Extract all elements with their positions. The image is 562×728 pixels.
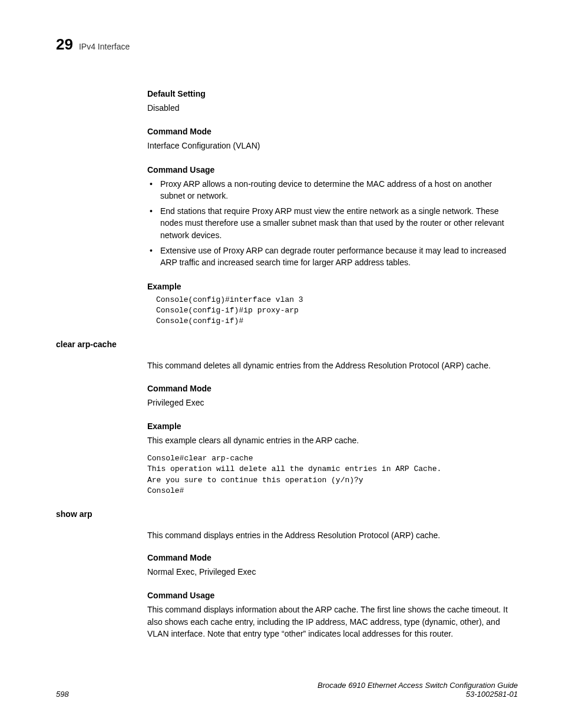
command-usage-list-1: Proxy ARP allows a non-routing device to… bbox=[147, 178, 518, 269]
example-heading-1: Example bbox=[147, 282, 518, 291]
show-arp-command-mode-text: Normal Exec, Privileged Exec bbox=[147, 566, 518, 578]
clear-arp-example-section: Example This example clears all dynamic … bbox=[147, 421, 518, 496]
command-usage-section-1: Command Usage Proxy ARP allows a non-rou… bbox=[147, 165, 518, 269]
show-arp-description: This command displays entries in the Add… bbox=[147, 529, 518, 541]
command-mode-heading-1: Command Mode bbox=[147, 127, 518, 136]
default-setting-heading: Default Setting bbox=[147, 89, 518, 98]
clear-arp-cache-description: This command deletes all dynamic entries… bbox=[147, 360, 518, 371]
chapter-number: 29 bbox=[56, 35, 73, 54]
example-code-1: Console(config)#interface vlan 3 Console… bbox=[156, 295, 518, 327]
clear-arp-example-heading: Example bbox=[147, 421, 518, 431]
clear-arp-command-mode-section: Command Mode Privileged Exec bbox=[147, 384, 518, 409]
list-item: End stations that require Proxy ARP must… bbox=[147, 205, 518, 241]
chapter-title: IPv4 Interface bbox=[79, 42, 130, 51]
clear-arp-cache-content: This command deletes all dynamic entries… bbox=[147, 360, 518, 496]
show-arp-command: show arp bbox=[56, 509, 518, 519]
page-footer: 598 Brocade 6910 Ethernet Access Switch … bbox=[56, 681, 518, 699]
command-mode-section-1: Command Mode Interface Configuration (VL… bbox=[147, 127, 518, 151]
example-section-1: Example Console(config)#interface vlan 3… bbox=[147, 282, 518, 327]
clear-arp-example-code: Console#clear arp-cache This operation w… bbox=[147, 453, 518, 496]
doc-title: Brocade 6910 Ethernet Access Switch Conf… bbox=[318, 681, 518, 690]
clear-arp-command-mode-heading: Command Mode bbox=[147, 384, 518, 393]
list-item: Extensive use of Proxy ARP can degrade r… bbox=[147, 245, 518, 269]
command-usage-heading-1: Command Usage bbox=[147, 165, 518, 174]
show-arp-command-usage-text: This command displays information about … bbox=[147, 604, 518, 640]
show-arp-content: This command displays entries in the Add… bbox=[147, 529, 518, 640]
clear-arp-cache-command: clear arp-cache bbox=[56, 340, 518, 349]
show-arp-command-mode-section: Command Mode Normal Exec, Privileged Exe… bbox=[147, 553, 518, 578]
show-arp-command-usage-heading: Command Usage bbox=[147, 591, 518, 600]
show-arp-command-usage-section: Command Usage This command displays info… bbox=[147, 591, 518, 640]
default-setting-text: Disabled bbox=[147, 102, 518, 114]
clear-arp-example-text: This example clears all dynamic entries … bbox=[147, 434, 518, 446]
default-setting-section: Default Setting Disabled bbox=[147, 89, 518, 114]
page-header: 29 IPv4 Interface bbox=[56, 35, 518, 54]
page-number: 598 bbox=[56, 690, 69, 699]
clear-arp-command-mode-text: Privileged Exec bbox=[147, 397, 518, 409]
command-mode-text-1: Interface Configuration (VLAN) bbox=[147, 140, 518, 151]
footer-right: Brocade 6910 Ethernet Access Switch Conf… bbox=[318, 681, 518, 699]
main-content: Default Setting Disabled Command Mode In… bbox=[147, 89, 518, 327]
list-item: Proxy ARP allows a non-routing device to… bbox=[147, 178, 518, 202]
show-arp-command-mode-heading: Command Mode bbox=[147, 553, 518, 562]
doc-number: 53-1002581-01 bbox=[318, 690, 518, 699]
